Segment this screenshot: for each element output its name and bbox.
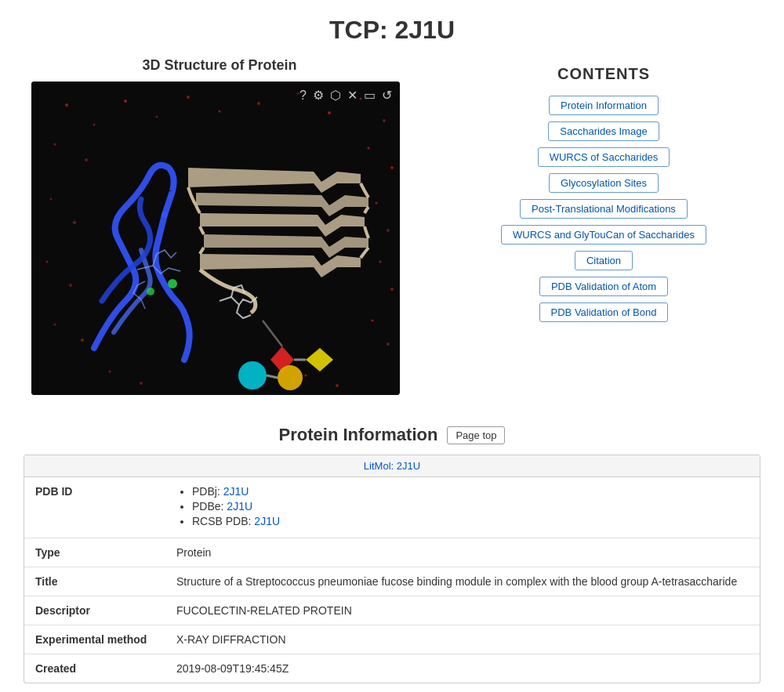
contents-link-pdb-validation-of-atom[interactable]: PDB Validation of Atom — [539, 277, 668, 296]
svg-point-15 — [390, 166, 394, 169]
svg-point-24 — [54, 324, 56, 326]
svg-point-28 — [109, 371, 111, 373]
svg-point-22 — [379, 261, 382, 263]
field-label: Title — [24, 567, 165, 596]
contents-link-post-translational-modifications[interactable]: Post-Translational Modifications — [520, 199, 688, 219]
contents-link-protein-information[interactable]: Protein Information — [549, 96, 659, 115]
protein-structure-svg — [31, 82, 400, 395]
settings-icon[interactable]: ⚙ — [313, 88, 324, 103]
table-row: Created2019-08-09T19:45:45Z — [24, 654, 760, 683]
svg-point-29 — [140, 382, 143, 385]
page-top-button[interactable]: Page top — [447, 426, 505, 444]
protein-info-header: Protein Information Page top — [0, 418, 784, 455]
fullscreen-icon[interactable]: ▭ — [364, 88, 376, 103]
list-item: PDBj: 2J1U — [192, 485, 749, 498]
field-value: 2019-08-09T19:45:45Z — [165, 654, 760, 683]
table-row: Experimental methodX-RAY DIFFRACTION — [24, 625, 760, 654]
svg-point-25 — [81, 339, 84, 342]
svg-point-8 — [297, 92, 299, 95]
pdb-link[interactable]: 2J1U — [254, 515, 280, 527]
field-value: Protein — [165, 538, 760, 567]
structure-title: 3D Structure of Protein — [31, 57, 408, 74]
field-label: Experimental method — [24, 625, 165, 654]
table-row: PDB IDPDBj: 2J1UPDBe: 2J1URCSB PDB: 2J1U — [24, 477, 760, 538]
svg-point-16 — [50, 198, 53, 201]
svg-point-32 — [168, 279, 177, 288]
field-label: Descriptor — [24, 596, 165, 625]
contents-link-citation[interactable]: Citation — [575, 251, 633, 270]
svg-point-5 — [187, 96, 190, 99]
svg-point-26 — [372, 320, 374, 322]
structure-section: 3D Structure of Protein ? ⚙ ⬡ ✕ ▭ ↺ — [31, 57, 408, 395]
svg-point-21 — [69, 284, 72, 287]
field-value: FUCOLECTIN-RELATED PROTEIN — [165, 596, 760, 625]
table-row: TitleStructure of a Streptococcus pneumo… — [24, 567, 760, 596]
contents-links: Protein InformationSaccharides ImageWURC… — [455, 96, 753, 322]
svg-point-23 — [390, 288, 394, 291]
litmol-link[interactable]: LitMol: 2J1U — [364, 460, 420, 472]
field-value: Structure of a Streptococcus pneumoniae … — [165, 567, 760, 596]
table-row: DescriptorFUCOLECTIN-RELATED PROTEIN — [24, 596, 760, 625]
contents-link-pdb-validation-of-bond[interactable]: PDB Validation of Bond — [539, 303, 669, 322]
info-table-wrapper: LitMol: 2J1U PDB IDPDBj: 2J1UPDBe: 2J1UR… — [24, 455, 760, 683]
svg-point-2 — [93, 124, 96, 126]
list-item: RCSB PDB: 2J1U — [192, 515, 749, 527]
svg-point-19 — [387, 229, 390, 232]
svg-point-33 — [147, 288, 154, 295]
viewer-toolbar: ? ⚙ ⬡ ✕ ▭ ↺ — [299, 88, 392, 103]
field-label: Type — [24, 538, 165, 567]
field-label: Created — [24, 654, 165, 683]
tools-icon[interactable]: ✕ — [347, 88, 358, 103]
list-item: PDBe: 2J1U — [192, 500, 749, 513]
svg-point-31 — [336, 384, 339, 387]
svg-point-30 — [305, 375, 307, 377]
contents-link-glycosylation-sites[interactable]: Glycosylation Sites — [549, 173, 659, 193]
screenshot-icon[interactable]: ⬡ — [330, 88, 341, 103]
contents-title: CONTENTS — [455, 65, 753, 83]
field-value: PDBj: 2J1UPDBe: 2J1URCSB PDB: 2J1U — [165, 477, 760, 538]
svg-point-9 — [328, 111, 331, 114]
svg-point-13 — [85, 158, 88, 161]
svg-point-14 — [368, 147, 370, 150]
protein-viewer[interactable]: ? ⚙ ⬡ ✕ ▭ ↺ — [31, 82, 400, 395]
svg-point-7 — [257, 102, 260, 105]
pdb-link[interactable]: 2J1U — [223, 485, 249, 498]
svg-point-1 — [65, 103, 68, 107]
svg-point-6 — [219, 111, 221, 113]
svg-point-4 — [156, 116, 158, 118]
field-label: PDB ID — [24, 477, 165, 538]
svg-point-37 — [238, 361, 267, 389]
svg-point-3 — [124, 100, 127, 103]
svg-point-12 — [54, 143, 56, 146]
pdb-link[interactable]: 2J1U — [227, 500, 252, 513]
table-row: TypeProtein — [24, 538, 760, 567]
protein-info-title: Protein Information — [279, 425, 438, 445]
page-title: TCP: 2J1U — [0, 0, 784, 57]
svg-point-18 — [376, 202, 378, 205]
svg-point-17 — [73, 221, 76, 224]
info-table: PDB IDPDBj: 2J1UPDBe: 2J1URCSB PDB: 2J1U… — [24, 477, 760, 683]
contents-link-saccharides-image[interactable]: Saccharides Image — [548, 121, 659, 141]
svg-point-38 — [278, 365, 303, 390]
svg-point-27 — [387, 342, 390, 346]
svg-point-11 — [383, 119, 386, 122]
contents-link-wurcs-and-glytoucan-of-saccharides[interactable]: WURCS and GlyTouCan of Saccharides — [501, 225, 706, 245]
contents-section: CONTENTS Protein InformationSaccharides … — [455, 57, 753, 322]
litmol-bar: LitMol: 2J1U — [24, 455, 760, 477]
contents-link-wurcs-of-saccharides[interactable]: WURCS of Saccharides — [538, 147, 670, 167]
svg-point-20 — [46, 261, 49, 263]
reset-icon[interactable]: ↺ — [382, 88, 392, 103]
help-icon[interactable]: ? — [299, 89, 307, 103]
field-value: X-RAY DIFFRACTION — [165, 625, 760, 654]
